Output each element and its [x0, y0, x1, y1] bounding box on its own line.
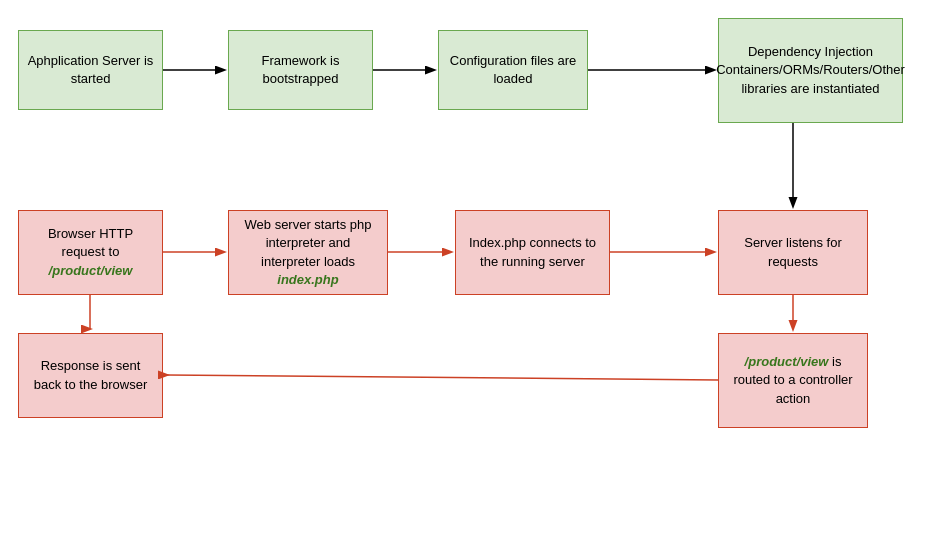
box-webserver-php: Web server starts php interpreter and in… [228, 210, 388, 295]
box-framework: Framework is bootstrapped [228, 30, 373, 110]
box-server-listens: Server listens for requests [718, 210, 868, 295]
box-response: Response is sent back to the browser [18, 333, 163, 418]
box-browser-request: Browser HTTP request to /product/view [18, 210, 163, 295]
box-indexphp: Index.php connects to the running server [455, 210, 610, 295]
box-app-server: Aphplication Server is started [18, 30, 163, 110]
diagram: Aphplication Server is started Framework… [0, 0, 928, 552]
box-config: Configuration files are loaded [438, 30, 588, 110]
box-routed: /product/view is routed to a controller … [718, 333, 868, 428]
box-dependency-injection: Dependency Injection Containers/ORMs/Rou… [718, 18, 903, 123]
svg-line-8 [167, 375, 718, 380]
